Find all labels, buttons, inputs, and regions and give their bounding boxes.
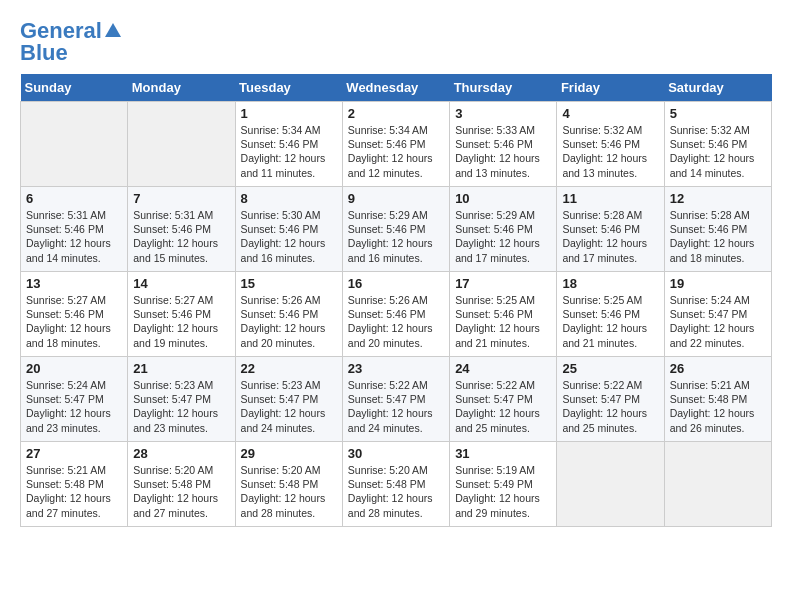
day-number: 30 (348, 446, 444, 461)
day-number: 21 (133, 361, 229, 376)
day-number: 31 (455, 446, 551, 461)
day-info: Sunrise: 5:28 AMSunset: 5:46 PMDaylight:… (562, 208, 658, 265)
day-info: Sunrise: 5:29 AMSunset: 5:46 PMDaylight:… (455, 208, 551, 265)
calendar-cell: 5Sunrise: 5:32 AMSunset: 5:46 PMDaylight… (664, 102, 771, 187)
calendar-cell: 7Sunrise: 5:31 AMSunset: 5:46 PMDaylight… (128, 187, 235, 272)
day-info: Sunrise: 5:30 AMSunset: 5:46 PMDaylight:… (241, 208, 337, 265)
day-number: 13 (26, 276, 122, 291)
day-number: 4 (562, 106, 658, 121)
day-info: Sunrise: 5:22 AMSunset: 5:47 PMDaylight:… (348, 378, 444, 435)
day-info: Sunrise: 5:19 AMSunset: 5:49 PMDaylight:… (455, 463, 551, 520)
calendar-cell: 3Sunrise: 5:33 AMSunset: 5:46 PMDaylight… (450, 102, 557, 187)
calendar-cell: 23Sunrise: 5:22 AMSunset: 5:47 PMDayligh… (342, 357, 449, 442)
day-info: Sunrise: 5:25 AMSunset: 5:46 PMDaylight:… (455, 293, 551, 350)
calendar-cell: 10Sunrise: 5:29 AMSunset: 5:46 PMDayligh… (450, 187, 557, 272)
day-number: 12 (670, 191, 766, 206)
weekday-header: Monday (128, 74, 235, 102)
day-info: Sunrise: 5:26 AMSunset: 5:46 PMDaylight:… (348, 293, 444, 350)
day-info: Sunrise: 5:28 AMSunset: 5:46 PMDaylight:… (670, 208, 766, 265)
calendar-cell: 6Sunrise: 5:31 AMSunset: 5:46 PMDaylight… (21, 187, 128, 272)
calendar-cell: 22Sunrise: 5:23 AMSunset: 5:47 PMDayligh… (235, 357, 342, 442)
logo-icon (104, 21, 122, 39)
day-info: Sunrise: 5:22 AMSunset: 5:47 PMDaylight:… (455, 378, 551, 435)
logo-text: General (20, 20, 102, 42)
day-info: Sunrise: 5:34 AMSunset: 5:46 PMDaylight:… (241, 123, 337, 180)
calendar-cell: 16Sunrise: 5:26 AMSunset: 5:46 PMDayligh… (342, 272, 449, 357)
calendar-cell (21, 102, 128, 187)
day-number: 26 (670, 361, 766, 376)
weekday-header: Saturday (664, 74, 771, 102)
header: General Blue (20, 20, 772, 64)
weekday-header: Wednesday (342, 74, 449, 102)
calendar-cell: 21Sunrise: 5:23 AMSunset: 5:47 PMDayligh… (128, 357, 235, 442)
day-info: Sunrise: 5:25 AMSunset: 5:46 PMDaylight:… (562, 293, 658, 350)
day-number: 20 (26, 361, 122, 376)
svg-marker-0 (105, 23, 121, 37)
day-number: 11 (562, 191, 658, 206)
day-info: Sunrise: 5:27 AMSunset: 5:46 PMDaylight:… (133, 293, 229, 350)
logo-line2: Blue (20, 42, 68, 64)
day-info: Sunrise: 5:27 AMSunset: 5:46 PMDaylight:… (26, 293, 122, 350)
calendar-cell: 18Sunrise: 5:25 AMSunset: 5:46 PMDayligh… (557, 272, 664, 357)
calendar-cell (128, 102, 235, 187)
calendar-cell: 1Sunrise: 5:34 AMSunset: 5:46 PMDaylight… (235, 102, 342, 187)
weekday-header: Tuesday (235, 74, 342, 102)
day-number: 22 (241, 361, 337, 376)
calendar-cell: 4Sunrise: 5:32 AMSunset: 5:46 PMDaylight… (557, 102, 664, 187)
day-number: 29 (241, 446, 337, 461)
day-number: 15 (241, 276, 337, 291)
day-number: 27 (26, 446, 122, 461)
calendar-cell: 24Sunrise: 5:22 AMSunset: 5:47 PMDayligh… (450, 357, 557, 442)
day-number: 8 (241, 191, 337, 206)
calendar-cell: 11Sunrise: 5:28 AMSunset: 5:46 PMDayligh… (557, 187, 664, 272)
calendar-cell: 12Sunrise: 5:28 AMSunset: 5:46 PMDayligh… (664, 187, 771, 272)
calendar-cell: 14Sunrise: 5:27 AMSunset: 5:46 PMDayligh… (128, 272, 235, 357)
calendar-cell: 28Sunrise: 5:20 AMSunset: 5:48 PMDayligh… (128, 442, 235, 527)
day-number: 5 (670, 106, 766, 121)
calendar-cell: 31Sunrise: 5:19 AMSunset: 5:49 PMDayligh… (450, 442, 557, 527)
day-number: 17 (455, 276, 551, 291)
day-number: 23 (348, 361, 444, 376)
day-number: 18 (562, 276, 658, 291)
day-number: 7 (133, 191, 229, 206)
day-number: 19 (670, 276, 766, 291)
calendar-cell: 9Sunrise: 5:29 AMSunset: 5:46 PMDaylight… (342, 187, 449, 272)
day-info: Sunrise: 5:23 AMSunset: 5:47 PMDaylight:… (241, 378, 337, 435)
day-info: Sunrise: 5:31 AMSunset: 5:46 PMDaylight:… (26, 208, 122, 265)
calendar-cell: 15Sunrise: 5:26 AMSunset: 5:46 PMDayligh… (235, 272, 342, 357)
calendar-cell (557, 442, 664, 527)
calendar-cell: 27Sunrise: 5:21 AMSunset: 5:48 PMDayligh… (21, 442, 128, 527)
day-info: Sunrise: 5:26 AMSunset: 5:46 PMDaylight:… (241, 293, 337, 350)
calendar-cell: 13Sunrise: 5:27 AMSunset: 5:46 PMDayligh… (21, 272, 128, 357)
calendar-cell (664, 442, 771, 527)
day-number: 14 (133, 276, 229, 291)
weekday-header: Thursday (450, 74, 557, 102)
day-number: 1 (241, 106, 337, 121)
calendar-cell: 20Sunrise: 5:24 AMSunset: 5:47 PMDayligh… (21, 357, 128, 442)
weekday-header: Sunday (21, 74, 128, 102)
day-number: 3 (455, 106, 551, 121)
day-info: Sunrise: 5:20 AMSunset: 5:48 PMDaylight:… (348, 463, 444, 520)
calendar-cell: 29Sunrise: 5:20 AMSunset: 5:48 PMDayligh… (235, 442, 342, 527)
day-info: Sunrise: 5:21 AMSunset: 5:48 PMDaylight:… (670, 378, 766, 435)
calendar-table: SundayMondayTuesdayWednesdayThursdayFrid… (20, 74, 772, 527)
weekday-header: Friday (557, 74, 664, 102)
day-number: 16 (348, 276, 444, 291)
day-info: Sunrise: 5:34 AMSunset: 5:46 PMDaylight:… (348, 123, 444, 180)
day-number: 28 (133, 446, 229, 461)
day-info: Sunrise: 5:20 AMSunset: 5:48 PMDaylight:… (133, 463, 229, 520)
day-number: 6 (26, 191, 122, 206)
day-number: 25 (562, 361, 658, 376)
day-info: Sunrise: 5:29 AMSunset: 5:46 PMDaylight:… (348, 208, 444, 265)
day-info: Sunrise: 5:24 AMSunset: 5:47 PMDaylight:… (670, 293, 766, 350)
logo: General Blue (20, 20, 122, 64)
day-info: Sunrise: 5:24 AMSunset: 5:47 PMDaylight:… (26, 378, 122, 435)
day-info: Sunrise: 5:21 AMSunset: 5:48 PMDaylight:… (26, 463, 122, 520)
day-info: Sunrise: 5:32 AMSunset: 5:46 PMDaylight:… (562, 123, 658, 180)
calendar-cell: 25Sunrise: 5:22 AMSunset: 5:47 PMDayligh… (557, 357, 664, 442)
day-info: Sunrise: 5:32 AMSunset: 5:46 PMDaylight:… (670, 123, 766, 180)
day-number: 9 (348, 191, 444, 206)
day-number: 2 (348, 106, 444, 121)
day-info: Sunrise: 5:20 AMSunset: 5:48 PMDaylight:… (241, 463, 337, 520)
day-number: 10 (455, 191, 551, 206)
